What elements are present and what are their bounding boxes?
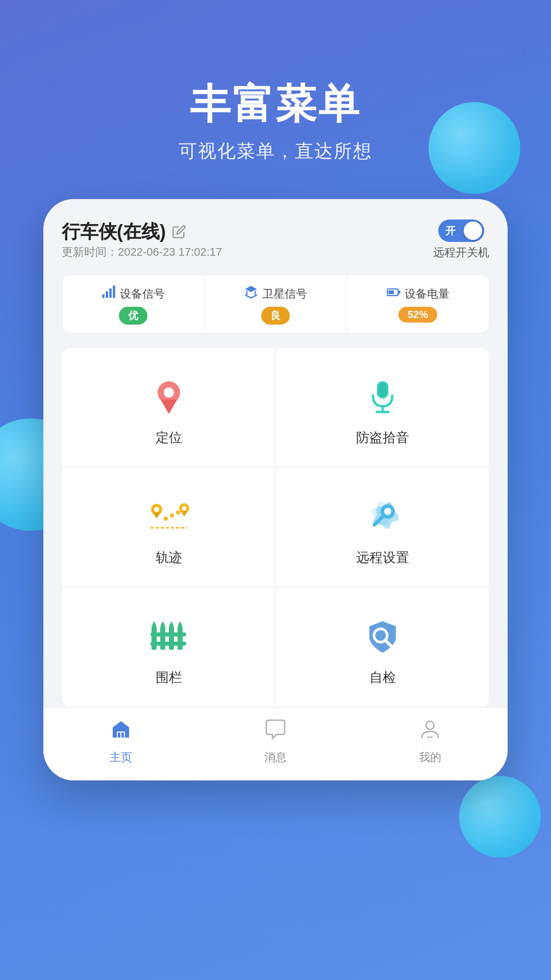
device-content: 行车侠(在线) 更新时间：2022-06-23 17:02:17 开 远程开关机 bbox=[43, 199, 508, 707]
signal-item-battery: 设备电量 52% bbox=[347, 275, 489, 333]
mic-icon bbox=[360, 374, 406, 420]
nav-item-profile[interactable]: 我的 bbox=[398, 718, 462, 765]
satellite-signal-label: 卫星信号 bbox=[262, 286, 307, 302]
menu-label-mic: 防盗拾音 bbox=[356, 429, 409, 447]
satellite-signal-badge: 良 bbox=[261, 307, 290, 325]
svg-marker-18 bbox=[153, 512, 160, 519]
svg-point-43 bbox=[426, 721, 434, 729]
svg-marker-11 bbox=[161, 400, 177, 414]
profile-icon bbox=[419, 718, 441, 746]
toggle-knob bbox=[464, 222, 482, 240]
fence-icon bbox=[146, 614, 192, 659]
update-time: 更新时间：2022-06-23 17:02:17 bbox=[62, 244, 222, 260]
svg-rect-3 bbox=[113, 285, 115, 298]
svg-point-20 bbox=[170, 513, 174, 518]
svg-rect-31 bbox=[178, 626, 183, 650]
remote-label: 远程开关机 bbox=[433, 245, 489, 260]
signal-header-satellite: 卫星信号 bbox=[244, 285, 307, 303]
signal-item-device: 设备信号 优 bbox=[62, 275, 205, 333]
svg-rect-7 bbox=[389, 290, 394, 294]
battery-label: 设备电量 bbox=[405, 286, 449, 302]
svg-rect-37 bbox=[151, 642, 186, 646]
svg-rect-42 bbox=[121, 732, 124, 738]
inspect-icon bbox=[360, 614, 406, 659]
satellite-icon bbox=[244, 285, 258, 303]
location-icon bbox=[146, 374, 192, 420]
svg-rect-30 bbox=[169, 626, 174, 650]
device-signal-label: 设备信号 bbox=[120, 286, 165, 302]
svg-rect-13 bbox=[379, 383, 386, 397]
svg-rect-36 bbox=[151, 632, 186, 636]
menu-label-location: 定位 bbox=[156, 429, 182, 447]
message-icon bbox=[264, 718, 287, 746]
bottom-nav: 主页 消息 我的 bbox=[43, 707, 508, 780]
menu-grid: 定位 防盗拾音 bbox=[62, 348, 489, 707]
menu-item-inspect[interactable]: 自检 bbox=[276, 587, 489, 707]
svg-rect-2 bbox=[109, 288, 112, 298]
menu-label-settings: 远程设置 bbox=[356, 549, 409, 567]
nav-label-message: 消息 bbox=[264, 750, 287, 765]
device-signal-badge: 优 bbox=[119, 307, 147, 325]
svg-marker-32 bbox=[152, 621, 157, 626]
menu-label-fence: 围栏 bbox=[156, 669, 182, 687]
signal-bar-icon bbox=[102, 285, 116, 303]
svg-point-17 bbox=[154, 507, 159, 512]
svg-marker-35 bbox=[178, 621, 183, 626]
menu-item-location[interactable]: 定位 bbox=[62, 348, 276, 468]
svg-rect-28 bbox=[152, 626, 157, 650]
nav-label-profile: 我的 bbox=[419, 750, 441, 765]
header-title: 丰富菜单 bbox=[0, 82, 551, 127]
device-name-row: 行车侠(在线) bbox=[62, 219, 222, 244]
svg-rect-29 bbox=[160, 626, 165, 650]
signal-item-satellite: 卫星信号 良 bbox=[205, 275, 347, 333]
battery-icon bbox=[386, 285, 400, 303]
svg-marker-24 bbox=[181, 511, 187, 517]
menu-item-track[interactable]: 轨迹 bbox=[62, 468, 276, 587]
menu-item-settings[interactable]: 远程设置 bbox=[276, 468, 489, 587]
svg-point-23 bbox=[182, 506, 186, 510]
settings-icon bbox=[360, 494, 406, 540]
svg-rect-1 bbox=[106, 291, 108, 298]
nav-item-message[interactable]: 消息 bbox=[244, 718, 307, 765]
edit-icon[interactable] bbox=[172, 225, 187, 240]
signal-header-device: 设备信号 bbox=[102, 285, 165, 303]
battery-badge: 52% bbox=[398, 307, 437, 323]
signal-row: 设备信号 优 卫星信号 良 bbox=[62, 274, 489, 333]
svg-marker-34 bbox=[169, 621, 174, 626]
power-toggle[interactable]: 开 bbox=[438, 219, 484, 242]
track-icon bbox=[146, 494, 192, 540]
menu-item-fence[interactable]: 围栏 bbox=[62, 587, 276, 707]
nav-label-home: 主页 bbox=[110, 750, 132, 765]
svg-point-21 bbox=[176, 510, 180, 514]
blob-bottom-right bbox=[459, 776, 541, 857]
svg-rect-41 bbox=[118, 732, 120, 738]
phone-mockup: 行车侠(在线) 更新时间：2022-06-23 17:02:17 开 远程开关机 bbox=[43, 199, 508, 780]
header-subtitle: 可视化菜单，直达所想 bbox=[0, 139, 551, 164]
menu-label-inspect: 自检 bbox=[369, 669, 396, 687]
header: 丰富菜单 可视化菜单，直达所想 bbox=[0, 0, 551, 164]
toggle-on-label: 开 bbox=[445, 224, 456, 238]
toggle-area: 开 远程开关机 bbox=[433, 219, 489, 260]
device-topbar: 行车侠(在线) 更新时间：2022-06-23 17:02:17 开 远程开关机 bbox=[62, 219, 489, 270]
svg-point-10 bbox=[164, 387, 174, 398]
menu-label-track: 轨迹 bbox=[156, 549, 182, 567]
svg-marker-33 bbox=[160, 621, 165, 626]
nav-item-home[interactable]: 主页 bbox=[89, 718, 153, 765]
svg-point-19 bbox=[164, 517, 168, 521]
device-name-col: 行车侠(在线) 更新时间：2022-06-23 17:02:17 bbox=[62, 219, 222, 270]
device-name: 行车侠(在线) bbox=[62, 219, 166, 244]
svg-rect-0 bbox=[102, 295, 105, 298]
svg-point-27 bbox=[384, 508, 391, 515]
home-icon bbox=[110, 718, 132, 746]
menu-item-mic[interactable]: 防盗拾音 bbox=[276, 348, 489, 468]
signal-header-battery: 设备电量 bbox=[386, 285, 449, 303]
